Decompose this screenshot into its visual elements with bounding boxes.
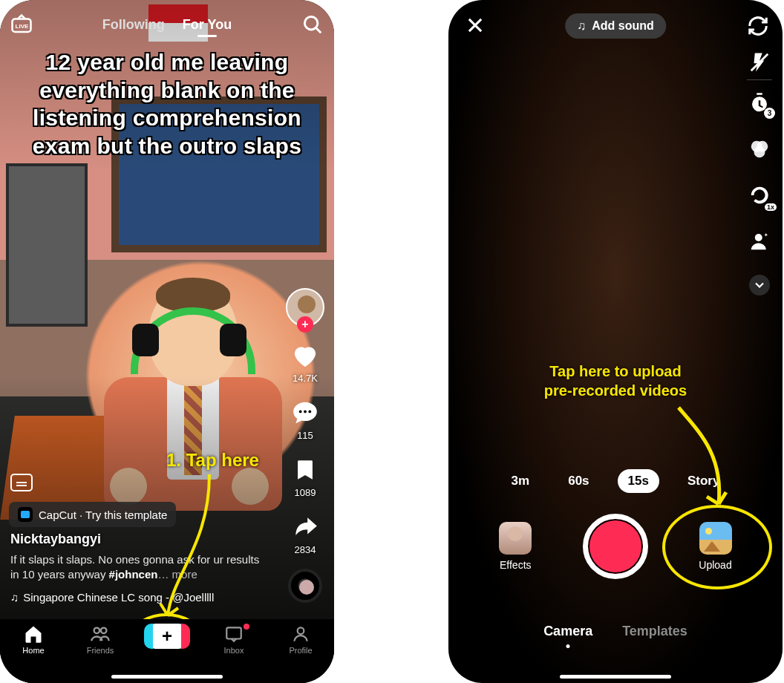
svg-rect-8 — [226, 627, 241, 638]
effects-thumb-icon — [499, 522, 532, 555]
close-icon[interactable] — [465, 15, 487, 37]
add-sound-button[interactable]: ♫ Add sound — [565, 13, 666, 39]
bookmark-icon — [290, 454, 321, 486]
svg-point-14 — [755, 234, 762, 241]
nav-inbox-label: Inbox — [224, 646, 244, 655]
nav-profile[interactable]: Profile — [275, 624, 327, 655]
tab-for-you[interactable]: For You — [183, 17, 232, 33]
video-text-overlay: 12 year old me leaving everything blank … — [10, 48, 324, 160]
duration-15s[interactable]: 15s — [618, 469, 659, 493]
duration-60s[interactable]: 60s — [558, 469, 599, 493]
svg-point-5 — [308, 411, 311, 414]
share-button[interactable]: 2834 — [290, 512, 321, 555]
svg-point-13 — [754, 146, 765, 157]
feed-screen: LIVE Following For You 12 year old me le… — [0, 0, 334, 683]
profile-icon — [289, 624, 313, 644]
svg-point-6 — [94, 628, 99, 633]
annotation-circle — [662, 505, 772, 589]
timer-icon[interactable]: 3 — [747, 91, 772, 116]
tab-following[interactable]: Following — [102, 17, 165, 33]
more-tools-chevron-icon[interactable] — [749, 275, 770, 295]
annotation-tap-here: 1. Tap here — [166, 450, 259, 471]
nav-home-label: Home — [22, 646, 44, 655]
duration-3m[interactable]: 3m — [501, 469, 540, 493]
create-button[interactable]: + — [148, 624, 186, 649]
add-sound-label: Add sound — [592, 19, 654, 33]
plus-icon: + — [162, 626, 172, 647]
nav-friends[interactable]: Friends — [74, 624, 126, 655]
comment-icon — [290, 397, 321, 428]
friends-icon — [88, 624, 112, 644]
like-button[interactable]: 14.7K — [290, 340, 321, 384]
filters-icon[interactable] — [747, 137, 772, 162]
sound-disc[interactable] — [288, 569, 322, 603]
flash-icon[interactable] — [747, 55, 772, 80]
inbox-notification-dot — [244, 624, 249, 630]
flip-camera-icon[interactable] — [747, 15, 769, 40]
heart-icon — [290, 340, 321, 371]
feed-top-bar: LIVE Following For You — [0, 6, 334, 43]
annotation-arrow-icon — [157, 471, 217, 627]
comment-button[interactable]: 115 — [290, 397, 321, 441]
beautify-icon[interactable] — [747, 229, 772, 254]
inbox-icon — [222, 624, 246, 644]
comment-count: 115 — [297, 430, 313, 441]
annotation-upload-text: Tap here to uploadpre-recorded videos — [448, 362, 783, 400]
effects-button[interactable]: Effects — [499, 522, 532, 571]
nav-create[interactable]: + — [141, 624, 193, 649]
svg-point-2 — [304, 16, 318, 30]
creator-username[interactable]: Nicktaybangyi — [10, 532, 101, 547]
nav-inbox[interactable]: Inbox — [208, 624, 260, 655]
share-icon — [290, 512, 321, 543]
video-description[interactable]: If it slaps it slaps. No ones gonna ask … — [10, 552, 269, 583]
capcut-pill-label: CapCut · Try this template — [39, 509, 167, 521]
nav-home[interactable]: Home — [7, 624, 59, 655]
nav-profile-label: Profile — [289, 646, 312, 655]
captions-toggle-icon[interactable] — [10, 474, 33, 491]
music-note-icon: ♫ — [10, 591, 19, 604]
mode-camera[interactable]: Camera — [543, 624, 592, 639]
save-count: 1089 — [295, 487, 316, 498]
annotation-arrow-icon — [671, 404, 738, 515]
home-indicator — [560, 675, 671, 679]
save-button[interactable]: 1089 — [290, 454, 321, 498]
svg-point-9 — [298, 627, 304, 634]
like-count: 14.7K — [293, 373, 318, 384]
home-icon — [22, 624, 45, 644]
engagement-rail: + 14.7K 115 1089 2834 — [281, 288, 330, 603]
camera-tools-rail: 3 1x — [747, 55, 772, 295]
effects-label: Effects — [500, 559, 532, 571]
svg-point-7 — [101, 628, 106, 633]
speed-badge: 1x — [765, 203, 777, 211]
capcut-logo-icon — [18, 507, 33, 522]
svg-point-3 — [299, 411, 302, 414]
search-icon[interactable] — [301, 13, 324, 36]
share-count: 2834 — [295, 544, 316, 555]
bottom-nav: Home Friends + Inbox Profile — [0, 619, 334, 683]
follow-plus-icon[interactable]: + — [297, 316, 313, 333]
sound-row[interactable]: ♫ Singapore Chinese LC song - @Joelllll — [10, 591, 269, 604]
description-hashtag[interactable]: #johncen — [109, 568, 158, 581]
camera-mode-selector: Camera Templates — [448, 624, 783, 639]
mode-templates[interactable]: Templates — [622, 624, 687, 639]
creator-avatar[interactable]: + — [286, 288, 324, 327]
svg-point-4 — [304, 411, 307, 414]
music-note-icon: ♫ — [577, 19, 586, 33]
home-indicator — [111, 675, 223, 679]
speed-icon[interactable]: 1x — [747, 183, 772, 208]
capcut-template-pill[interactable]: CapCut · Try this template — [9, 502, 176, 527]
svg-text:LIVE: LIVE — [16, 23, 30, 30]
live-icon[interactable]: LIVE — [10, 13, 33, 36]
record-button[interactable] — [583, 514, 648, 579]
timer-badge: 3 — [764, 108, 775, 119]
nav-friends-label: Friends — [87, 646, 114, 655]
